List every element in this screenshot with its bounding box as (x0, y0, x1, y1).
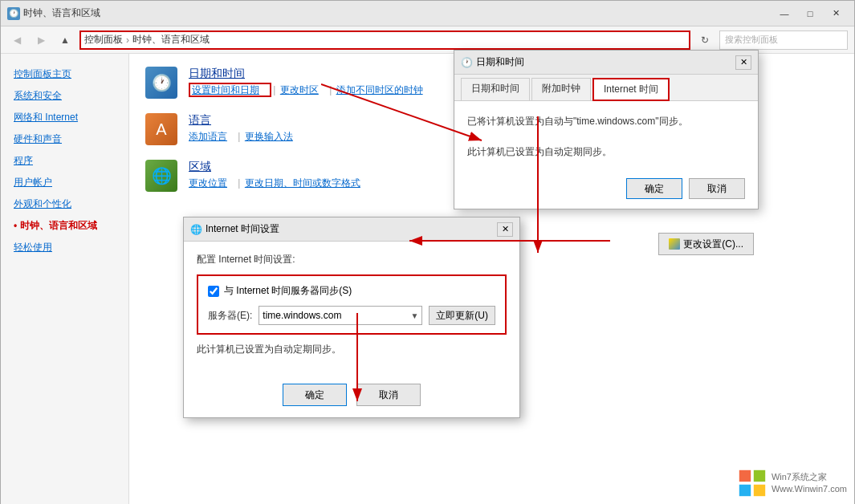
server-dropdown[interactable]: time.windows.com ▼ (259, 306, 422, 325)
region-category-title[interactable]: 区域 (189, 160, 367, 174)
inet-dialog-titlebar: 🌐 Internet 时间设置 ✕ (184, 217, 519, 242)
inet-clock-icon: 🌐 (190, 224, 202, 235)
update-now-button[interactable]: 立即更新(U) (429, 306, 495, 325)
refresh-button[interactable]: ↻ (695, 30, 715, 50)
add-timezone-link[interactable]: 添加不同时区的时钟 (336, 84, 423, 96)
set-time-date-link[interactable]: 设置时间和日期 (192, 84, 259, 96)
inet-sync-checkbox-row: 与 Internet 时间服务器同步(S) (208, 284, 495, 298)
change-location-link[interactable]: 更改位置 (189, 177, 227, 189)
region-category-links: 更改位置 | 更改日期、时间或数字格式 (189, 177, 367, 190)
change-settings-label: 更改设置(C)... (683, 238, 743, 251)
lang-category-title[interactable]: 语言 (189, 113, 299, 128)
watermark-line2: Www.Winwin7.com (772, 483, 847, 495)
window-title: 时钟、语言和区域 (23, 6, 100, 20)
clock-category-icon: 🕐 (145, 67, 177, 99)
datetime-dialog: 🕐 日期和时间 ✕ 日期和时间 附加时钟 Internet 时间 已将计算机设置… (454, 50, 759, 209)
lang-category-icon: A (145, 113, 177, 145)
clock-icon: 🕐 (145, 67, 177, 99)
inet-sync-group: 与 Internet 时间服务器同步(S) 服务器(E): time.windo… (197, 274, 507, 335)
win7-logo-icon (738, 469, 767, 498)
breadcrumb-current: 时钟、语言和区域 (132, 33, 210, 47)
sidebar-item-hardware[interactable]: 硬件和声音 (1, 128, 128, 150)
add-lang-link[interactable]: 添加语言 (189, 131, 227, 142)
lang-category-links: 添加语言 | 更换输入法 (189, 130, 299, 144)
datetime-auto-sync-info: 此计算机已设置为自动定期同步。 (467, 145, 745, 159)
breadcrumb[interactable]: 控制面板 › 时钟、语言和区域 (79, 30, 690, 50)
datetime-sync-info: 已将计算机设置为自动与"time.windows.com"同步。 (467, 114, 745, 129)
datetime-dialog-titlebar: 🕐 日期和时间 ✕ (454, 51, 758, 75)
change-settings-button[interactable]: 更改设置(C)... (658, 233, 754, 255)
tab-additional-clocks[interactable]: 附加时钟 (531, 78, 591, 100)
datetime-cancel-button[interactable]: 取消 (689, 178, 745, 199)
clock-category-info: 日期和时间 设置时间和日期 | 更改时区 | 添加不同时区的时钟 (189, 67, 430, 97)
maximize-button[interactable]: □ (798, 6, 822, 22)
datetime-dialog-title-left: 🕐 日期和时间 (461, 55, 524, 69)
sidebar-item-system[interactable]: 系统和安全 (1, 85, 128, 107)
svg-rect-11 (754, 485, 765, 496)
up-button[interactable]: ▲ (55, 30, 75, 50)
clock-category-links: 设置时间和日期 | 更改时区 | 添加不同时区的时钟 (189, 83, 430, 97)
breadcrumb-separator: › (126, 35, 129, 46)
change-format-link[interactable]: 更改日期、时间或数字格式 (245, 177, 360, 189)
internet-settings-dialog: 🌐 Internet 时间设置 ✕ 配置 Internet 时间设置: 与 In… (183, 217, 520, 418)
datetime-ok-button[interactable]: 确定 (626, 178, 682, 199)
inet-dialog-buttons: 确定 取消 (184, 374, 519, 417)
sidebar-item-network[interactable]: 网络和 Internet (1, 107, 128, 128)
datetime-dialog-title: 日期和时间 (476, 55, 524, 69)
title-bar-left: 🕐 时钟、语言和区域 (7, 6, 100, 20)
sync-checkbox[interactable] (208, 286, 219, 297)
watermark-line1: Win7系统之家 (772, 471, 847, 483)
sidebar-item-user[interactable]: 用户帐户 (1, 172, 128, 193)
minimize-button[interactable]: — (772, 6, 796, 22)
watermark: Win7系统之家 Www.Winwin7.com (738, 469, 847, 498)
breadcrumb-root: 控制面板 (84, 33, 123, 47)
back-button[interactable]: ◀ (7, 30, 26, 50)
inet-dialog-title-left: 🌐 Internet 时间设置 (190, 222, 279, 236)
datetime-dialog-tabs: 日期和时间 附加时钟 Internet 时间 (454, 75, 758, 101)
sidebar-item-ease[interactable]: 轻松使用 (1, 237, 128, 258)
region-category-info: 区域 更改位置 | 更改日期、时间或数字格式 (189, 160, 367, 190)
inet-section-label: 配置 Internet 时间设置: (197, 253, 507, 266)
inet-dialog-close[interactable]: ✕ (497, 222, 513, 237)
sidebar-item-appearance[interactable]: 外观和个性化 (1, 193, 128, 215)
tab-internet-time[interactable]: Internet 时间 (592, 78, 670, 101)
dropdown-arrow-icon: ▼ (410, 311, 418, 320)
change-input-link[interactable]: 更换输入法 (245, 131, 293, 142)
window-icon: 🕐 (7, 7, 20, 20)
tab-datetime[interactable]: 日期和时间 (461, 78, 530, 100)
close-button[interactable]: ✕ (824, 6, 848, 22)
inet-cancel-button[interactable]: 取消 (356, 384, 421, 406)
sidebar-item-clock[interactable]: 时钟、语言和区域 (1, 215, 128, 237)
forward-button[interactable]: ▶ (31, 30, 51, 50)
inet-status-text: 此计算机已设置为自动定期同步。 (197, 343, 507, 356)
clock-category-title[interactable]: 日期和时间 (189, 67, 430, 81)
title-bar-controls: — □ ✕ (772, 6, 848, 22)
server-value: time.windows.com (263, 310, 341, 321)
sidebar-item-programs[interactable]: 程序 (1, 150, 128, 172)
server-label: 服务器(E): (208, 309, 252, 323)
inet-dialog-content: 配置 Internet 时间设置: 与 Internet 时间服务器同步(S) … (184, 242, 519, 374)
search-placeholder: 搜索控制面板 (725, 34, 778, 46)
svg-rect-9 (754, 470, 765, 482)
sync-checkbox-label: 与 Internet 时间服务器同步(S) (224, 284, 352, 298)
search-box[interactable]: 搜索控制面板 (719, 30, 848, 50)
change-timezone-link[interactable]: 更改时区 (280, 84, 319, 96)
clock-small-icon: 🕐 (461, 57, 473, 68)
sidebar-item-home[interactable]: 控制面板主页 (1, 63, 128, 85)
inet-server-row: 服务器(E): time.windows.com ▼ 立即更新(U) (208, 306, 495, 325)
inet-ok-button[interactable]: 确定 (283, 384, 347, 406)
inet-dialog-title: Internet 时间设置 (206, 222, 279, 236)
datetime-dialog-content: 已将计算机设置为自动与"time.windows.com"同步。 此计算机已设置… (454, 101, 758, 172)
svg-rect-8 (739, 470, 751, 482)
region-category-icon: 🌐 (145, 160, 177, 192)
lang-icon: A (145, 113, 177, 145)
shield-icon (669, 238, 680, 250)
region-icon: 🌐 (145, 160, 177, 192)
lang-category-info: 语言 添加语言 | 更换输入法 (189, 113, 299, 144)
title-bar: 🕐 时钟、语言和区域 — □ ✕ (1, 1, 854, 26)
svg-rect-10 (739, 485, 751, 496)
datetime-dialog-buttons: 确定 取消 (454, 172, 758, 209)
watermark-text: Win7系统之家 Www.Winwin7.com (772, 471, 847, 496)
datetime-dialog-close[interactable]: ✕ (735, 55, 751, 70)
sidebar: 控制面板主页 系统和安全 网络和 Internet 硬件和声音 程序 用户帐户 … (1, 54, 129, 504)
